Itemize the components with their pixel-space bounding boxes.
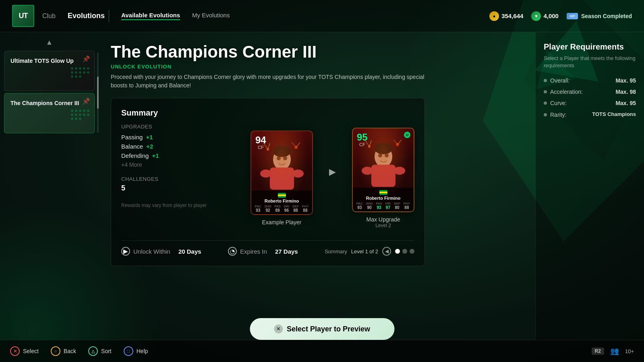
o-button-icon: ○ xyxy=(51,346,60,356)
req-label-1: Acceleration: xyxy=(550,89,583,95)
tab-my-evolutions[interactable]: My Evolutions xyxy=(192,12,230,20)
card-rating-value-right: 95 xyxy=(357,132,368,142)
card-rating-right: 95 CF xyxy=(357,132,368,147)
requirements-title: Player Requirements xyxy=(544,42,636,52)
upgrade-row-2: Defending +1 xyxy=(121,152,238,159)
upgrade-row-0: Passing +1 xyxy=(121,134,238,141)
sidebar-item-ultimate-tots[interactable]: Ultimate TOTS Glow Up 📌 xyxy=(4,51,95,91)
xp-icon: XP xyxy=(567,13,578,19)
footer-btn-select[interactable]: ✕ Select xyxy=(10,346,39,356)
max-upgrade-wrap: U 95 CF xyxy=(352,128,414,228)
ut-logo: UT xyxy=(12,5,34,27)
sidebar-card-pin-icon-0: 📌 xyxy=(82,55,90,63)
evolution-title: The Champions Corner III xyxy=(111,42,523,62)
footer-right: R2 👥 10+ xyxy=(592,347,634,356)
summary-body: Upgrades Passing +1 Balance +2 Defending… xyxy=(121,124,414,232)
card-flag-right xyxy=(379,190,387,195)
req-value-0: Max. 95 xyxy=(615,77,636,84)
card-flag-left xyxy=(278,193,286,198)
upgrade-name-2: Defending xyxy=(121,152,149,159)
coins-icon: ● xyxy=(489,11,499,21)
points-display: ▼ 4,000 xyxy=(531,11,559,21)
arrow-between-cards: ▶ xyxy=(329,167,336,177)
card-rating-value-left: 94 xyxy=(255,135,266,145)
expires-in: ◔ Expires In 27 Days xyxy=(228,247,298,256)
right-panel: Player Requirements Select a Player that… xyxy=(535,32,644,340)
progress-dots xyxy=(395,249,414,254)
sidebar-card-pin-icon-1: 📌 xyxy=(82,97,90,105)
req-dot-0 xyxy=(544,79,547,82)
summary-left: Upgrades Passing +1 Balance +2 Defending… xyxy=(121,124,238,232)
sidebar-dots-1 xyxy=(71,110,90,129)
upgrade-badge: U xyxy=(404,132,410,138)
players-count: 10+ xyxy=(625,348,634,354)
progress-dot-1 xyxy=(395,249,400,254)
upgrades-label: Upgrades xyxy=(121,124,238,130)
req-label-2: Curve: xyxy=(550,100,567,106)
unlock-label-text: Unlock Within xyxy=(133,248,170,255)
nav-club[interactable]: Club xyxy=(42,10,56,22)
req-value-1: Max. 98 xyxy=(615,89,636,95)
footer: ✕ Select ○ Back △ Sort □ Help R2 👥 10+ xyxy=(0,340,644,362)
rewards-note: Rewards may vary from player to player xyxy=(121,203,238,208)
summary-box: Summary Upgrades Passing +1 Balance +2 D… xyxy=(111,98,425,266)
progress-text: Level 1 of 2 xyxy=(351,248,378,254)
footer-btn-back[interactable]: ○ Back xyxy=(51,346,76,356)
bottom-button-area: ✕ Select Player to Preview xyxy=(250,318,394,340)
upgrade-value-2: +1 xyxy=(152,152,159,159)
req-dot-3 xyxy=(544,113,547,116)
sidebar-scrollbar[interactable] xyxy=(97,52,99,133)
sidebar-card-title-0: Ultimate TOTS Glow Up xyxy=(10,57,88,64)
challenges-count: 5 xyxy=(121,184,238,192)
sidebar: ▲ Ultimate TOTS Glow Up 📌 The Champions … xyxy=(0,32,99,340)
progress-dot-3 xyxy=(410,249,414,254)
progress-dot-2 xyxy=(402,249,407,254)
summary-title: Summary xyxy=(121,108,414,118)
upgrade-value-0: +1 xyxy=(146,134,153,141)
unlock-label: Unlock Evolution xyxy=(111,64,523,70)
upgrade-value-1: +2 xyxy=(146,143,153,150)
card-name-right: Roberto Firmino xyxy=(355,196,412,201)
max-upgrade-card: U 95 CF xyxy=(352,128,414,212)
unlock-icon: ▶ xyxy=(121,247,130,256)
req-dot-1 xyxy=(544,90,547,93)
content-area: The Champions Corner III Unlock Evolutio… xyxy=(99,32,535,340)
tab-available-evolutions[interactable]: Available Evolutions xyxy=(121,12,180,20)
summary-footer: ▶ Unlock Within 20 Days ◔ Expires In 27 … xyxy=(121,240,414,256)
header-right: ● 354,644 ▼ 4,000 XP Season Completed xyxy=(489,11,632,21)
coins-value: 354,644 xyxy=(501,12,523,19)
card-bottom-left: Roberto Firmino PAC93 SHO92 PAS89 DRI96 … xyxy=(251,190,312,214)
challenges-label: Challenges xyxy=(121,176,238,182)
unlock-within: ▶ Unlock Within 20 Days xyxy=(121,247,201,256)
sidebar-dots-0 xyxy=(71,67,90,87)
footer-label-back: Back xyxy=(64,348,76,354)
header-sub-nav: Available Evolutions My Evolutions xyxy=(121,12,230,20)
example-player-label: Example Player xyxy=(251,219,313,225)
players-icon: 👥 xyxy=(610,347,619,356)
progress-arrow[interactable]: ◀ xyxy=(382,247,391,256)
triangle-button-icon: △ xyxy=(88,346,98,356)
footer-btn-help[interactable]: □ Help xyxy=(124,346,148,356)
square-button-icon: □ xyxy=(124,346,133,356)
expires-icon: ◔ xyxy=(228,247,237,256)
select-player-button[interactable]: ✕ Select Player to Preview xyxy=(250,318,394,340)
nav-evolutions[interactable]: Evolutions xyxy=(68,10,105,22)
season-badge: XP Season Completed xyxy=(567,13,632,19)
card-stats-right: PAC93 SHO90 PAS93 DRI97 DEF80 PHY88 xyxy=(355,202,412,210)
max-upgrade-sublabel: Level 2 xyxy=(352,223,414,228)
req-row-3: Rarity: TOTS Champions xyxy=(544,111,636,118)
req-value-2: Max. 95 xyxy=(615,100,636,106)
expires-value: 27 Days xyxy=(275,248,298,255)
example-player-card: 94 CF xyxy=(251,130,313,215)
card-position-right: CF xyxy=(357,142,368,147)
req-dot-2 xyxy=(544,101,547,105)
footer-btn-sort[interactable]: △ Sort xyxy=(88,346,112,356)
card-stats-left: PAC93 SHO92 PAS89 DRI96 DEF88 PHY88 xyxy=(253,205,310,213)
req-row-2: Curve: Max. 95 xyxy=(544,100,636,106)
btn-x-icon: ✕ xyxy=(274,325,283,333)
header-nav: Club Evolutions xyxy=(42,10,105,22)
sidebar-card-title-1: The Champions Corner III xyxy=(10,99,88,107)
sidebar-item-champions-corner[interactable]: The Champions Corner III 📌 xyxy=(4,93,95,133)
sidebar-arrow-up[interactable]: ▲ xyxy=(0,36,99,49)
req-row-0: Overall: Max. 95 xyxy=(544,77,636,84)
